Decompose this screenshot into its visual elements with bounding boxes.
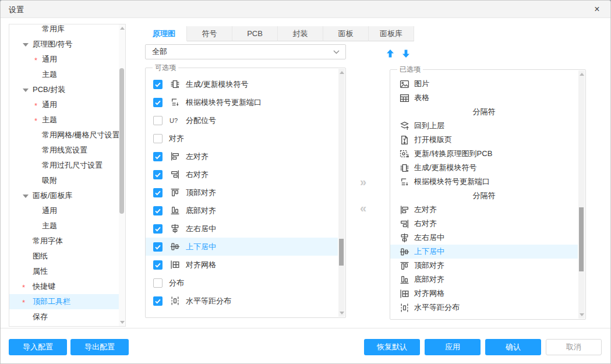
checkbox-checked[interactable] [153, 224, 163, 234]
selected-option-row[interactable]: 表格 [390, 91, 578, 105]
sidebar-item-常用线宽设置[interactable]: 常用线宽设置 [9, 143, 119, 158]
restore-defaults-button[interactable]: 恢复默认 [364, 339, 420, 355]
scroll-up-icon[interactable] [580, 73, 584, 76]
available-list-scrollbar[interactable] [338, 69, 345, 317]
option-label: 水平等距分布 [414, 302, 460, 313]
available-option-row[interactable]: 右对齐 [146, 165, 338, 183]
available-option-row[interactable]: 分布 [146, 274, 338, 292]
sidebar-item-通用[interactable]: *通用 [9, 97, 119, 112]
available-option-row[interactable]: 水平等距分布 [146, 292, 338, 310]
checkbox-unchecked[interactable] [153, 134, 163, 143]
tab-PCB[interactable]: PCB [232, 26, 278, 41]
sidebar-item-通用[interactable]: 通用 [9, 203, 119, 218]
collapse-arrow-icon[interactable] [23, 43, 29, 47]
selected-option-row[interactable]: 左对齐 [390, 203, 578, 217]
checkbox-unchecked[interactable] [153, 116, 163, 125]
selected-option-row[interactable]: 更新/转换原理图到PCB [390, 147, 578, 161]
scroll-down-icon[interactable] [580, 313, 584, 316]
available-option-row[interactable]: U?分配位号 [146, 111, 338, 129]
sidebar-item-属性[interactable]: 属性 [9, 264, 119, 279]
selected-option-row[interactable]: 根据模块符号更新端口 [390, 175, 578, 189]
tab-面板库[interactable]: 面板库 [369, 26, 414, 41]
scroll-down-icon[interactable] [340, 312, 344, 314]
sidebar-item-顶部工具栏[interactable]: *顶部工具栏 [9, 294, 119, 309]
sidebar-item-常用网格/栅格尺寸设置[interactable]: 常用网格/栅格尺寸设置 [9, 128, 119, 143]
align-grid-icon [169, 260, 181, 270]
checkbox-checked[interactable] [153, 296, 163, 306]
sidebar-item-主题[interactable]: 主题 [9, 218, 119, 234]
selected-option-row[interactable]: 右对齐 [390, 217, 578, 231]
category-dropdown[interactable]: 全部 [145, 44, 346, 59]
checkbox-checked[interactable] [153, 242, 163, 252]
sidebar-item-吸附[interactable]: 吸附 [9, 173, 119, 188]
checkbox-checked[interactable] [153, 188, 163, 197]
selected-option-row[interactable]: 对齐网格 [390, 287, 578, 301]
sidebar-scrollbar[interactable] [119, 24, 125, 326]
available-option-row[interactable]: 左对齐 [146, 147, 338, 165]
sidebar-item-label: 常用网格/栅格尺寸设置 [42, 130, 120, 139]
sidebar-item-常用库[interactable]: 常用库 [9, 24, 119, 37]
sidebar-item-快捷键[interactable]: *快捷键 [9, 279, 119, 294]
selected-option-row[interactable]: 打开模版页 [390, 133, 578, 147]
align-bottom-icon [399, 275, 409, 285]
selected-option-row[interactable]: 上下居中 [390, 245, 578, 259]
checkbox-checked[interactable] [153, 152, 163, 161]
selected-option-row[interactable]: 回到上层 [390, 119, 578, 133]
available-option-row[interactable]: 左右居中 [146, 220, 338, 238]
scroll-up-icon[interactable] [340, 71, 344, 74]
move-up-button[interactable] [386, 49, 395, 59]
sidebar-item-常用字体[interactable]: 常用字体 [9, 234, 119, 249]
separator-row[interactable]: 分隔符 [390, 105, 578, 119]
selected-option-row[interactable]: 左右居中 [390, 231, 578, 245]
collapse-arrow-icon[interactable] [23, 89, 29, 92]
separator-row[interactable]: 分隔符 [390, 189, 578, 203]
confirm-button[interactable]: 确认 [485, 339, 541, 355]
apply-button[interactable]: 应用 [425, 339, 481, 355]
export-config-button[interactable]: 导出配置 [70, 339, 129, 355]
tab-面板[interactable]: 面板 [323, 26, 369, 41]
selected-option-row[interactable]: 顶部对齐 [390, 259, 578, 273]
transfer-to-available-button[interactable]: « [360, 202, 366, 215]
selected-option-row[interactable]: 生成/更新模块符号 [390, 161, 578, 175]
selected-option-row[interactable]: 水平等距分布 [390, 301, 578, 314]
scrollbar-thumb[interactable] [579, 207, 584, 271]
checkbox-unchecked[interactable] [153, 278, 163, 288]
sidebar-item-主题[interactable]: 主题 [9, 67, 119, 82]
scrollbar-thumb[interactable] [119, 68, 124, 214]
tab-封装[interactable]: 封装 [278, 26, 323, 41]
selected-option-row[interactable]: 图片 [390, 77, 578, 91]
checkbox-checked[interactable] [153, 98, 163, 107]
available-option-row[interactable]: 生成/更新模块符号 [146, 75, 338, 93]
available-option-row[interactable]: 根据模块符号更新端口 [146, 93, 338, 111]
transfer-to-selected-button[interactable]: » [360, 175, 366, 189]
available-option-row[interactable]: 顶部对齐 [146, 183, 338, 202]
available-option-row[interactable]: 对齐网格 [146, 256, 338, 274]
sidebar-item-原理图/符号[interactable]: 原理图/符号 [9, 37, 119, 52]
available-option-row[interactable]: 对齐 [146, 129, 338, 147]
checkbox-checked[interactable] [153, 206, 163, 215]
checkbox-checked[interactable] [153, 170, 163, 179]
sidebar-item-图纸[interactable]: 图纸 [9, 249, 119, 264]
scrollbar-thumb[interactable] [339, 239, 344, 266]
scroll-up-icon[interactable] [120, 27, 125, 30]
import-config-button[interactable]: 导入配置 [9, 339, 67, 355]
cancel-button[interactable]: 取消 [546, 339, 602, 355]
sidebar-item-PCB/封装[interactable]: PCB/封装 [9, 82, 119, 97]
sidebar-item-主题[interactable]: *主题 [9, 112, 119, 128]
scroll-down-icon[interactable] [120, 321, 125, 324]
checkbox-checked[interactable] [153, 260, 163, 270]
tab-原理图[interactable]: 原理图 [142, 26, 187, 41]
close-icon[interactable]: × [591, 3, 603, 16]
sidebar-item-面板/面板库[interactable]: 面板/面板库 [9, 188, 119, 203]
selected-option-row[interactable]: 底部对齐 [390, 273, 578, 287]
sidebar-item-保存[interactable]: 保存 [9, 309, 119, 324]
move-down-button[interactable] [401, 49, 411, 59]
collapse-arrow-icon[interactable] [23, 195, 29, 198]
checkbox-checked[interactable] [153, 80, 163, 89]
sidebar-item-常用过孔尺寸设置[interactable]: 常用过孔尺寸设置 [9, 158, 119, 173]
tab-符号[interactable]: 符号 [187, 26, 232, 41]
sidebar-item-通用[interactable]: *通用 [9, 52, 119, 67]
available-option-row[interactable]: 底部对齐 [146, 202, 338, 220]
selected-list-scrollbar[interactable] [578, 70, 585, 319]
available-option-row[interactable]: 上下居中 [146, 238, 338, 256]
